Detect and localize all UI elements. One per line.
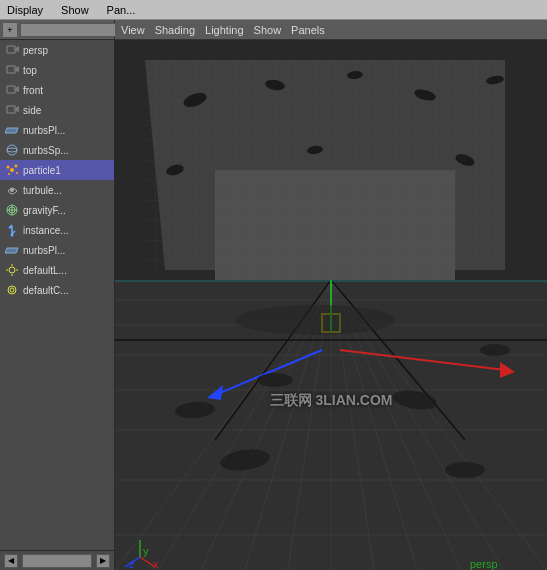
svg-point-13 (14, 164, 17, 167)
svg-point-9 (7, 145, 17, 155)
svg-point-14 (16, 172, 18, 174)
scroll-left-btn[interactable]: ◀ (4, 554, 18, 568)
tree-item-label-particle1: particle1 (23, 165, 61, 176)
tree-item-label-nurbssp: nurbsSp... (23, 145, 69, 156)
svg-point-23 (9, 267, 15, 273)
menu-show[interactable]: Show (58, 4, 92, 16)
tree-item-top[interactable]: top (0, 60, 114, 80)
tree-item-instance[interactable]: instance... (0, 220, 114, 240)
scene-svg: y z x persp (115, 40, 547, 570)
nurbs-plane-icon (4, 122, 20, 138)
default-light-icon (4, 262, 20, 278)
tree-item-label-persp: persp (23, 45, 48, 56)
main-layout: + persp top front (0, 20, 547, 570)
turbulence-icon (4, 182, 20, 198)
tree-item-label-instance: instance... (23, 225, 69, 236)
search-bar: + (0, 20, 114, 40)
tree-item-label-front: front (23, 85, 43, 96)
svg-text:persp: persp (470, 558, 498, 570)
tree-item-defaultL[interactable]: defaultL... (0, 260, 114, 280)
left-panel: + persp top front (0, 20, 115, 570)
camera-icon (4, 42, 20, 58)
tree-item-particle1[interactable]: particle1 (0, 160, 114, 180)
main-menu-bar: Display Show Pan... (0, 0, 547, 20)
instance-icon (4, 222, 20, 238)
tree-item-label-turbulence: turbule... (23, 185, 62, 196)
svg-point-11 (10, 168, 14, 172)
tree-item-label-top: top (23, 65, 37, 76)
svg-marker-6 (7, 106, 15, 113)
svg-marker-0 (7, 46, 15, 53)
tree-item-defaultC[interactable]: defaultC... (0, 280, 114, 300)
viewport-menu-shading[interactable]: Shading (155, 24, 195, 36)
svg-marker-79 (215, 170, 455, 280)
svg-marker-8 (5, 128, 18, 133)
svg-point-16 (10, 188, 14, 192)
particle-icon (4, 162, 20, 178)
tree-item-side[interactable]: side (0, 100, 114, 120)
tree-item-nurbs2[interactable]: nurbsPl... (0, 240, 114, 260)
tree-item-label-defaultC: defaultC... (23, 285, 69, 296)
svg-point-72 (257, 373, 293, 387)
svg-point-77 (235, 305, 395, 335)
viewport[interactable]: View Shading Lighting Show Panels (115, 20, 547, 570)
svg-point-28 (8, 286, 16, 294)
camera-icon-front (4, 82, 20, 98)
svg-marker-5 (15, 86, 19, 92)
tree-item-front[interactable]: front (0, 80, 114, 100)
viewport-menu: View Shading Lighting Show Panels (115, 20, 547, 40)
watermark: 三联网 3LIAN.COM (270, 392, 393, 410)
svg-point-15 (8, 173, 10, 175)
tree-item-label-defaultL: defaultL... (23, 265, 67, 276)
svg-text:x: x (153, 558, 159, 570)
panel-bottom-controls: ◀ ▶ (0, 550, 114, 570)
tree-item-label-gravity: gravityF... (23, 205, 66, 216)
svg-marker-7 (15, 106, 19, 112)
tree-item-turbulence[interactable]: turbule... (0, 180, 114, 200)
camera-icon-top (4, 62, 20, 78)
svg-marker-3 (15, 66, 19, 72)
viewport-menu-panels[interactable]: Panels (291, 24, 325, 36)
viewport-menu-lighting[interactable]: Lighting (205, 24, 244, 36)
tree-item-nurbs1[interactable]: nurbsPl... (0, 120, 114, 140)
svg-point-21 (10, 233, 13, 236)
tree-item-label-nurbs1: nurbsPl... (23, 125, 65, 136)
svg-text:y: y (143, 545, 149, 557)
svg-point-12 (6, 165, 9, 168)
svg-marker-4 (7, 86, 15, 93)
svg-point-74 (480, 344, 510, 356)
menu-pan[interactable]: Pan... (104, 4, 139, 16)
nurbs-sphere-icon (4, 142, 20, 158)
tree-item-persp[interactable]: persp (0, 40, 114, 60)
menu-display[interactable]: Display (4, 4, 46, 16)
tree-item-nurbssp[interactable]: nurbsSp... (0, 140, 114, 160)
default-camera-icon (4, 282, 20, 298)
tree-item-label-side: side (23, 105, 41, 116)
nurbs-plane2-icon (4, 242, 20, 258)
svg-marker-1 (15, 46, 19, 52)
svg-point-29 (10, 288, 14, 292)
svg-marker-22 (5, 248, 18, 253)
svg-marker-2 (7, 66, 15, 73)
camera-icon-side (4, 102, 20, 118)
svg-point-76 (445, 462, 485, 478)
search-icon[interactable]: + (2, 22, 18, 38)
svg-point-10 (7, 148, 17, 152)
viewport-menu-view[interactable]: View (121, 24, 145, 36)
tree-item-gravity[interactable]: gravityF... (0, 200, 114, 220)
viewport-menu-show[interactable]: Show (254, 24, 282, 36)
viewport-canvas[interactable]: y z x persp 三联网 3LIAN.COM (115, 40, 547, 570)
scene-tree: persp top front side (0, 40, 114, 550)
tree-item-label-nurbs2: nurbsPl... (23, 245, 65, 256)
scroll-track[interactable] (22, 554, 92, 568)
gravity-icon (4, 202, 20, 218)
scroll-right-btn[interactable]: ▶ (96, 554, 110, 568)
